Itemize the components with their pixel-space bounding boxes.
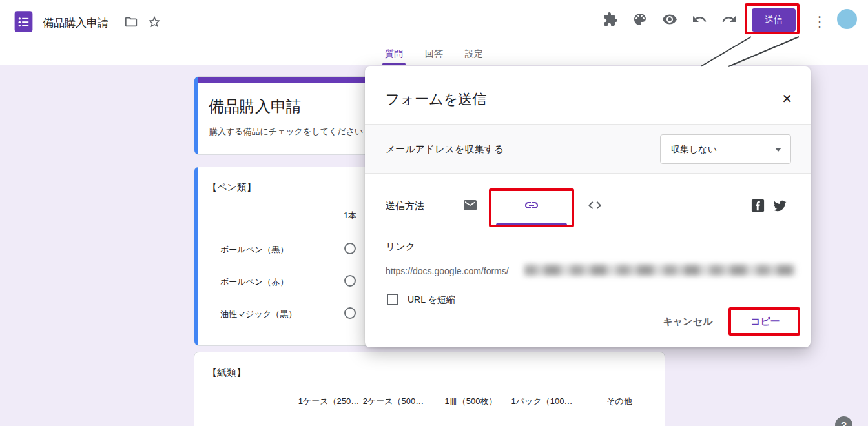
google-forms-editor: 備品購入申請 送信 ⋮ 質問 回答 [0,0,868,426]
undo-icon[interactable] [692,12,707,27]
help-icon[interactable]: ? [835,416,852,426]
form-title-text[interactable]: 備品購入申請 [209,96,302,117]
send-button[interactable]: 送信 [752,8,796,32]
selected-indicator-bar [194,167,198,345]
twitter-icon[interactable] [772,198,787,213]
grid-column-header: 2ケース（500… [355,396,432,407]
question-title[interactable]: 【紙類】 [207,367,246,379]
grid-row-label: 油性マジック（黒） [220,309,343,320]
radio-button[interactable] [344,243,356,254]
selected-method-underline [496,223,567,226]
document-title[interactable]: 備品購入申請 [43,15,108,30]
active-tab-underline [382,63,406,65]
question-title[interactable]: 【ペン類】 [207,181,256,194]
facebook-icon[interactable] [750,198,765,213]
send-via-link-icon[interactable] [524,198,539,213]
grid-column-header: 1本 [331,210,369,221]
dropdown-arrow-icon [775,148,781,152]
forms-logo-icon[interactable] [12,10,36,34]
send-method-label: 送信方法 [386,200,424,212]
grid-column-header: 1パック（100… [503,396,581,407]
radio-button[interactable] [344,275,356,287]
theme-palette-icon[interactable] [632,12,648,27]
tab-questions[interactable]: 質問 [377,44,411,65]
radio-button[interactable] [344,307,356,319]
preview-eye-icon[interactable] [662,12,677,27]
question-card-paper[interactable]: 【紙類】 1ケース（250… 2ケース（500… 1冊（500枚） 1パック（1… [194,352,665,426]
url-redacted-blur [524,265,796,276]
shorten-url-label: URL を短縮 [408,294,455,306]
grid-row-label: ボールペン（黒） [220,244,343,256]
redo-icon[interactable] [721,12,737,27]
app-header: 備品購入申請 送信 ⋮ [0,0,868,44]
tab-settings[interactable]: 設定 [457,44,491,65]
embed-html-icon[interactable] [587,198,603,213]
move-to-folder-icon[interactable] [124,15,138,29]
collect-email-row: メールアドレスを収集する 収集しない [365,124,811,174]
grid-column-header: その他 [581,396,658,407]
more-options-icon[interactable]: ⋮ [812,10,823,34]
cancel-button[interactable]: キャンセル [656,310,720,332]
user-avatar[interactable] [837,9,857,29]
grid-column-header: 1冊（500枚） [432,396,510,407]
close-icon[interactable]: ✕ [781,91,792,107]
copy-button[interactable]: コピー [739,310,791,332]
tab-responses[interactable]: 回答 [417,44,451,65]
collect-email-dropdown[interactable]: 収集しない [660,134,791,164]
dropdown-selected-value: 収集しない [671,144,717,156]
form-url-value[interactable]: https://docs.google.com/forms/ [386,266,509,276]
tab-responses-label: 回答 [425,48,443,60]
grid-row-label: ボールペン（赤） [220,276,343,288]
selected-indicator-bar [194,77,198,154]
shorten-url-checkbox[interactable] [387,294,398,305]
form-description-text[interactable]: 購入する備品にチェックをしてください [209,126,363,137]
link-section-label: リンク [386,241,415,253]
tab-settings-label: 設定 [465,48,483,60]
star-icon[interactable] [147,15,161,29]
dialog-title: フォームを送信 [386,90,486,109]
collect-email-label: メールアドレスを収集する [386,143,504,156]
send-via-email-icon[interactable] [462,198,478,213]
addons-puzzle-icon[interactable] [603,12,618,27]
tab-bar: 質問 回答 設定 [0,44,868,65]
send-form-dialog: フォームを送信 ✕ メールアドレスを収集する 収集しない 送信方法 リンク ht… [365,66,811,347]
tab-questions-label: 質問 [385,48,403,60]
